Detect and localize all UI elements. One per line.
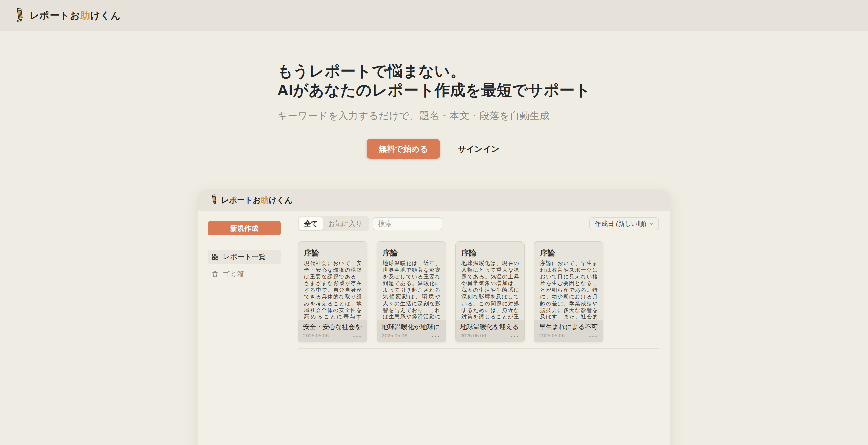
chevron-down-icon xyxy=(649,222,654,225)
sidebar-item-report-list[interactable]: レポート一覧 xyxy=(208,250,281,264)
sidebar-item-label: レポート一覧 xyxy=(223,252,266,262)
site-header: レポートお助けくん xyxy=(0,0,868,31)
card-footer: 安全・安心な社会を作ってい... 2025.05.06 ··· xyxy=(298,320,367,342)
card-footer: 地球温暖化を迎えるためにあ... 2025.05.06 ··· xyxy=(456,320,524,342)
card-title: 地球温暖化が地球にもたらす... xyxy=(382,323,441,331)
pencil-logo-icon xyxy=(14,7,26,24)
report-card[interactable]: 序論 地球温暖化は、近年、世界各地で顕著な影響を及ぼしている重要な問題である。温… xyxy=(377,241,446,342)
card-footer: 地球温暖化が地球にもたらす... 2025.05.06 ··· xyxy=(377,320,446,342)
ellipsis-icon: ··· xyxy=(589,333,598,341)
hero-headline: もうレポートで悩まない。 AIがあなたのレポート作成を最短でサポート xyxy=(277,62,591,100)
card-title: 早生まれによる不可視の格差 xyxy=(539,323,598,331)
tab-all[interactable]: 全て xyxy=(299,217,323,230)
hero-subtitle: キーワードを入力するだけで、題名・本文・段落を自動生成 xyxy=(277,109,591,123)
preview-brand-name: レポートお助けくん xyxy=(221,195,293,206)
search-input[interactable] xyxy=(373,217,442,230)
new-report-button[interactable]: 新規作成 xyxy=(208,221,281,235)
sort-dropdown[interactable]: 作成日 (新しい順) xyxy=(589,217,659,230)
report-card[interactable]: 序論 現代社会において、安全・安心な環境の構築は重要な課題である。さまざまな脅威… xyxy=(298,241,367,342)
card-heading: 序論 xyxy=(461,248,519,258)
card-title: 安全・安心な社会を作ってい... xyxy=(303,323,362,331)
sidebar-item-trash[interactable]: ゴミ箱 xyxy=(208,267,281,281)
report-card-grid: 序論 現代社会において、安全・安心な環境の構築は重要な課題である。さまざまな脅威… xyxy=(298,241,659,342)
card-menu-button[interactable]: ··· xyxy=(587,332,600,341)
ellipsis-icon: ··· xyxy=(353,333,362,341)
preview-sidebar: 新規作成 レポート一覧 xyxy=(198,211,291,445)
app-preview-window: レポートお助けくん 新規作成 レポート一覧 xyxy=(198,189,670,445)
filter-tabs: 全て お気に入り xyxy=(298,216,369,231)
card-heading: 序論 xyxy=(304,248,362,258)
card-footer: 早生まれによる不可視の格差 2025.05.06 ··· xyxy=(534,320,603,342)
report-card[interactable]: 序論 序論において、早生まれは教育やスポーツにおいて目に見えない格差を生む要因と… xyxy=(534,241,603,342)
preview-main: 全て お気に入り 作成日 (新しい順) 序論 現代社会において、安全・安心な環境… xyxy=(291,211,670,445)
hero-section: もうレポートで悩まない。 AIがあなたのレポート作成を最短でサポート キーワード… xyxy=(0,31,868,159)
grid-icon xyxy=(212,253,219,260)
toolbar: 全て お気に入り 作成日 (新しい順) xyxy=(298,216,659,231)
start-free-button[interactable]: 無料で始める xyxy=(367,139,440,159)
pencil-logo-icon xyxy=(210,194,218,207)
brand-logo[interactable]: レポートお助けくん xyxy=(14,7,121,24)
sidebar-item-label: ゴミ箱 xyxy=(222,269,244,279)
card-menu-button[interactable]: ··· xyxy=(351,332,364,341)
card-title: 地球温暖化を迎えるためにあ... xyxy=(460,323,519,331)
sidebar-nav: レポート一覧 ゴミ箱 xyxy=(208,250,281,281)
ellipsis-icon: ··· xyxy=(432,333,441,341)
card-heading: 序論 xyxy=(540,248,598,258)
ellipsis-icon: ··· xyxy=(510,333,519,341)
preview-body: 新規作成 レポート一覧 xyxy=(198,211,670,445)
card-heading: 序論 xyxy=(383,248,440,258)
sort-label: 作成日 (新しい順) xyxy=(595,219,646,228)
tab-favorites[interactable]: お気に入り xyxy=(323,217,367,230)
brand-name: レポートお助けくん xyxy=(29,9,121,22)
cta-row: 無料で始める サインイン xyxy=(0,139,868,159)
card-menu-button[interactable]: ··· xyxy=(430,332,443,341)
preview-brand-logo[interactable]: レポートお助けくん xyxy=(210,194,293,207)
preview-header: レポートお助けくん xyxy=(198,189,670,211)
cards-divider xyxy=(298,348,659,349)
sign-in-button[interactable]: サインイン xyxy=(456,143,501,155)
trash-icon xyxy=(212,271,218,277)
card-menu-button[interactable]: ··· xyxy=(508,332,521,341)
report-card[interactable]: 序論 地球温暖化は、現在の人類にとって重大な課題である。気温の上昇や異常気象の増… xyxy=(455,241,525,342)
